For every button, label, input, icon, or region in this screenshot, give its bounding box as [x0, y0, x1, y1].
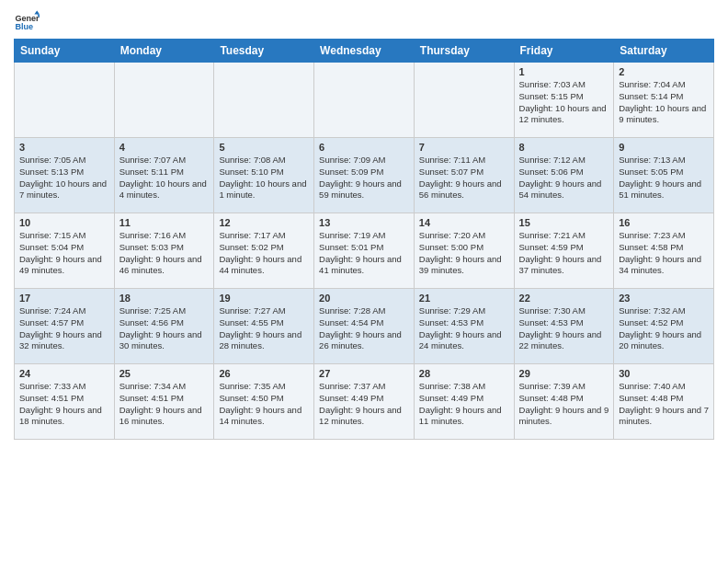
day-number: 16 — [619, 217, 709, 228]
calendar-week-row: 10Sunrise: 7:15 AM Sunset: 5:04 PM Dayli… — [15, 213, 714, 289]
calendar-cell: 27Sunrise: 7:37 AM Sunset: 4:49 PM Dayli… — [314, 364, 415, 440]
calendar-cell: 17Sunrise: 7:24 AM Sunset: 4:57 PM Dayli… — [15, 289, 115, 364]
day-info: Sunrise: 7:12 AM Sunset: 5:06 PM Dayligh… — [519, 155, 609, 201]
day-header: Saturday — [614, 40, 714, 63]
day-number: 13 — [319, 217, 409, 228]
day-info: Sunrise: 7:39 AM Sunset: 4:48 PM Dayligh… — [519, 381, 609, 428]
day-info: Sunrise: 7:04 AM Sunset: 5:14 PM Dayligh… — [619, 79, 709, 126]
calendar-cell: 12Sunrise: 7:17 AM Sunset: 5:02 PM Dayli… — [214, 213, 314, 289]
calendar-table: SundayMondayTuesdayWednesdayThursdayFrid… — [14, 39, 714, 440]
day-number: 21 — [419, 293, 509, 304]
calendar-cell — [314, 63, 415, 138]
day-number: 5 — [219, 142, 309, 153]
calendar-cell: 22Sunrise: 7:30 AM Sunset: 4:53 PM Dayli… — [514, 289, 614, 364]
day-number: 8 — [519, 142, 609, 153]
svg-text:Blue: Blue — [15, 22, 33, 31]
svg-marker-2 — [34, 10, 40, 14]
day-info: Sunrise: 7:11 AM Sunset: 5:07 PM Dayligh… — [419, 155, 509, 201]
day-info: Sunrise: 7:13 AM Sunset: 5:05 PM Dayligh… — [619, 155, 709, 201]
day-info: Sunrise: 7:16 AM Sunset: 5:03 PM Dayligh… — [119, 230, 210, 277]
calendar-cell: 4Sunrise: 7:07 AM Sunset: 5:11 PM Daylig… — [114, 138, 214, 213]
day-info: Sunrise: 7:27 AM Sunset: 4:55 PM Dayligh… — [219, 305, 309, 352]
day-number: 30 — [619, 368, 709, 379]
day-info: Sunrise: 7:21 AM Sunset: 4:59 PM Dayligh… — [519, 230, 609, 277]
day-number: 7 — [419, 142, 509, 153]
calendar-cell: 9Sunrise: 7:13 AM Sunset: 5:05 PM Daylig… — [614, 138, 714, 213]
day-info: Sunrise: 7:35 AM Sunset: 4:50 PM Dayligh… — [219, 381, 309, 428]
calendar-cell: 29Sunrise: 7:39 AM Sunset: 4:48 PM Dayli… — [514, 364, 614, 440]
calendar-cell — [15, 63, 115, 138]
header: General Blue — [14, 9, 714, 35]
day-info: Sunrise: 7:15 AM Sunset: 5:04 PM Dayligh… — [19, 230, 109, 277]
day-header: Sunday — [15, 40, 115, 63]
day-number: 26 — [219, 368, 309, 379]
calendar-cell: 5Sunrise: 7:08 AM Sunset: 5:10 PM Daylig… — [214, 138, 314, 213]
day-number: 15 — [519, 217, 609, 228]
day-info: Sunrise: 7:09 AM Sunset: 5:09 PM Dayligh… — [319, 155, 409, 201]
day-number: 4 — [119, 142, 210, 153]
day-info: Sunrise: 7:03 AM Sunset: 5:15 PM Dayligh… — [519, 79, 609, 126]
calendar-cell — [114, 63, 214, 138]
calendar-cell — [214, 63, 314, 138]
day-info: Sunrise: 7:30 AM Sunset: 4:53 PM Dayligh… — [519, 305, 609, 352]
calendar-cell: 3Sunrise: 7:05 AM Sunset: 5:13 PM Daylig… — [15, 138, 115, 213]
day-info: Sunrise: 7:40 AM Sunset: 4:48 PM Dayligh… — [619, 381, 709, 428]
calendar-cell: 15Sunrise: 7:21 AM Sunset: 4:59 PM Dayli… — [514, 213, 614, 289]
day-info: Sunrise: 7:33 AM Sunset: 4:51 PM Dayligh… — [19, 381, 109, 428]
day-header: Thursday — [414, 40, 514, 63]
calendar-body: 1Sunrise: 7:03 AM Sunset: 5:15 PM Daylig… — [15, 63, 714, 440]
day-info: Sunrise: 7:24 AM Sunset: 4:57 PM Dayligh… — [19, 305, 109, 352]
day-number: 1 — [519, 66, 609, 77]
day-number: 11 — [119, 217, 210, 228]
logo: General Blue — [14, 9, 43, 35]
calendar-cell: 30Sunrise: 7:40 AM Sunset: 4:48 PM Dayli… — [614, 364, 714, 440]
calendar-cell: 21Sunrise: 7:29 AM Sunset: 4:53 PM Dayli… — [414, 289, 514, 364]
svg-text:General: General — [15, 14, 40, 23]
day-header: Wednesday — [314, 40, 415, 63]
calendar-cell: 10Sunrise: 7:15 AM Sunset: 5:04 PM Dayli… — [15, 213, 115, 289]
calendar-cell: 7Sunrise: 7:11 AM Sunset: 5:07 PM Daylig… — [414, 138, 514, 213]
calendar-cell: 18Sunrise: 7:25 AM Sunset: 4:56 PM Dayli… — [114, 289, 214, 364]
day-info: Sunrise: 7:37 AM Sunset: 4:49 PM Dayligh… — [319, 381, 409, 428]
day-number: 29 — [519, 368, 609, 379]
day-info: Sunrise: 7:28 AM Sunset: 4:54 PM Dayligh… — [319, 305, 409, 352]
day-number: 19 — [219, 293, 309, 304]
calendar-week-row: 17Sunrise: 7:24 AM Sunset: 4:57 PM Dayli… — [15, 289, 714, 364]
day-number: 10 — [19, 217, 109, 228]
calendar-cell: 20Sunrise: 7:28 AM Sunset: 4:54 PM Dayli… — [314, 289, 415, 364]
day-number: 6 — [319, 142, 409, 153]
calendar-cell — [414, 63, 514, 138]
calendar-header-row: SundayMondayTuesdayWednesdayThursdayFrid… — [15, 40, 714, 63]
day-number: 20 — [319, 293, 409, 304]
calendar-cell: 6Sunrise: 7:09 AM Sunset: 5:09 PM Daylig… — [314, 138, 415, 213]
day-number: 17 — [19, 293, 109, 304]
calendar-cell: 24Sunrise: 7:33 AM Sunset: 4:51 PM Dayli… — [15, 364, 115, 440]
day-number: 23 — [619, 293, 709, 304]
calendar-cell: 13Sunrise: 7:19 AM Sunset: 5:01 PM Dayli… — [314, 213, 415, 289]
calendar-cell: 25Sunrise: 7:34 AM Sunset: 4:51 PM Dayli… — [114, 364, 214, 440]
calendar-week-row: 3Sunrise: 7:05 AM Sunset: 5:13 PM Daylig… — [15, 138, 714, 213]
day-info: Sunrise: 7:17 AM Sunset: 5:02 PM Dayligh… — [219, 230, 309, 277]
calendar-cell: 14Sunrise: 7:20 AM Sunset: 5:00 PM Dayli… — [414, 213, 514, 289]
day-info: Sunrise: 7:07 AM Sunset: 5:11 PM Dayligh… — [119, 155, 210, 201]
calendar-cell: 11Sunrise: 7:16 AM Sunset: 5:03 PM Dayli… — [114, 213, 214, 289]
calendar-week-row: 24Sunrise: 7:33 AM Sunset: 4:51 PM Dayli… — [15, 364, 714, 440]
day-number: 27 — [319, 368, 409, 379]
day-info: Sunrise: 7:29 AM Sunset: 4:53 PM Dayligh… — [419, 305, 509, 352]
calendar-cell: 23Sunrise: 7:32 AM Sunset: 4:52 PM Dayli… — [614, 289, 714, 364]
day-number: 9 — [619, 142, 709, 153]
day-info: Sunrise: 7:05 AM Sunset: 5:13 PM Dayligh… — [19, 155, 109, 201]
day-info: Sunrise: 7:34 AM Sunset: 4:51 PM Dayligh… — [119, 381, 210, 428]
day-number: 2 — [619, 66, 709, 77]
calendar-cell: 8Sunrise: 7:12 AM Sunset: 5:06 PM Daylig… — [514, 138, 614, 213]
day-header: Monday — [114, 40, 214, 63]
day-info: Sunrise: 7:25 AM Sunset: 4:56 PM Dayligh… — [119, 305, 210, 352]
day-header: Friday — [514, 40, 614, 63]
calendar-cell: 2Sunrise: 7:04 AM Sunset: 5:14 PM Daylig… — [614, 63, 714, 138]
day-info: Sunrise: 7:23 AM Sunset: 4:58 PM Dayligh… — [619, 230, 709, 277]
day-number: 25 — [119, 368, 210, 379]
logo-icon: General Blue — [14, 9, 40, 35]
main-container: General Blue SundayMondayTuesdayWednesda… — [0, 0, 728, 444]
day-header: Tuesday — [214, 40, 314, 63]
day-number: 12 — [219, 217, 309, 228]
